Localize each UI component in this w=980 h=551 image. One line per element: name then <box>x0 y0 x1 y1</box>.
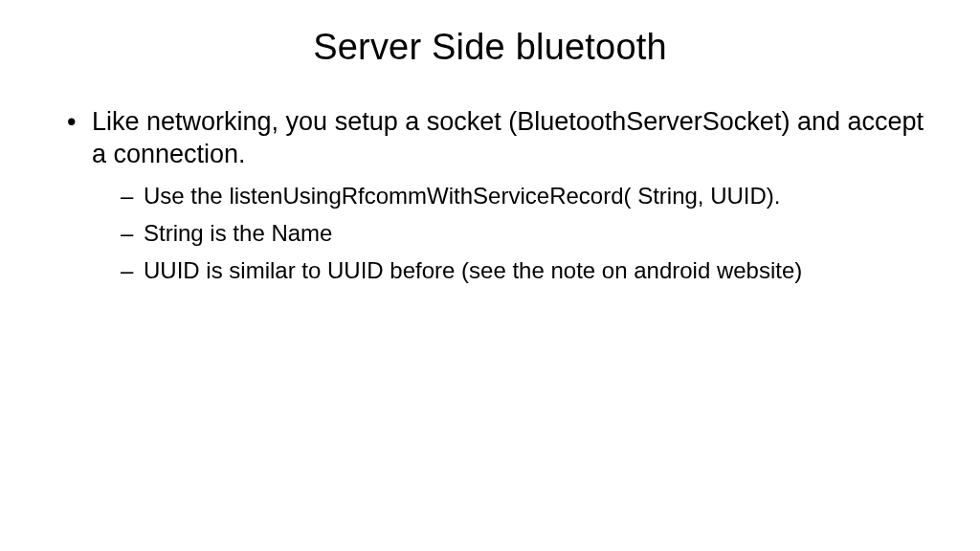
sub-bullet-item: Use the listenUsingRfcommWithServiceReco… <box>121 181 934 210</box>
sub-bullet-text: UUID is similar to UUID before (see the … <box>144 257 802 283</box>
bullet-item: Like networking, you setup a socket (Blu… <box>65 106 934 285</box>
bullet-list: Like networking, you setup a socket (Blu… <box>46 106 934 285</box>
sub-bullet-item: UUID is similar to UUID before (see the … <box>121 255 934 285</box>
bullet-text: Like networking, you setup a socket (Blu… <box>92 107 924 168</box>
sub-bullet-list: Use the listenUsingRfcommWithServiceReco… <box>92 181 934 286</box>
sub-bullet-item: String is the Name <box>121 218 934 248</box>
sub-bullet-text: Use the listenUsingRfcommWithServiceReco… <box>144 183 781 209</box>
slide-title: Server Side bluetooth <box>46 27 934 68</box>
sub-bullet-text: String is the Name <box>144 220 332 246</box>
